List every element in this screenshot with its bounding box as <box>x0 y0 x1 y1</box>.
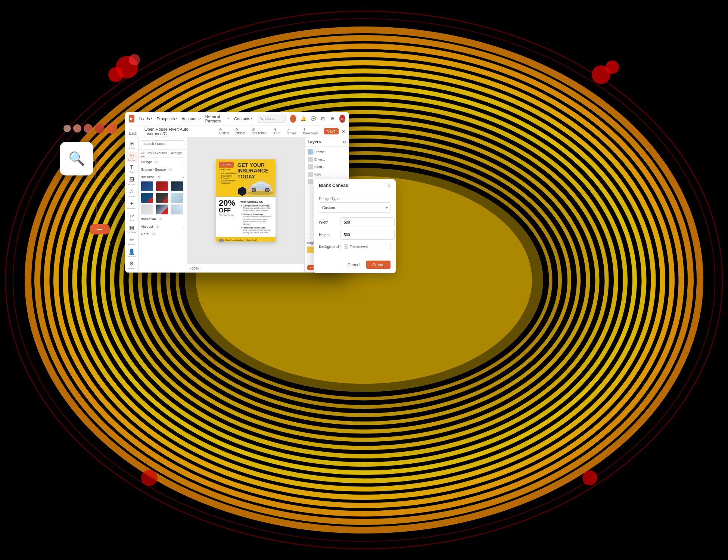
tool-qrcode[interactable]: ▦ QR Code <box>126 224 137 234</box>
tab-my-favorites[interactable]: My Favorites <box>147 151 167 157</box>
design-type-select[interactable]: Custom <box>319 202 391 213</box>
layer-element-icon <box>308 164 313 169</box>
tool-frames[interactable]: ⊡ Frames <box>126 152 137 162</box>
category-grunge-square: Grunge - Square 4 › <box>141 167 184 172</box>
modal-title: Blank Canvas <box>319 183 348 188</box>
frame-thumb-1[interactable] <box>141 181 153 192</box>
tool-size[interactable]: ⇔ Size <box>126 212 137 222</box>
tool-shapes[interactable]: △ Shapes <box>126 188 137 198</box>
qr-code-icon: ▦ <box>129 224 134 230</box>
layers-panel-header: Layers ⚙ <box>305 137 349 147</box>
frame-thumb-5[interactable] <box>156 193 168 203</box>
category-bohemian: Bohemian 9 › <box>141 216 184 222</box>
settings-icon[interactable]: ⚙ <box>330 115 335 122</box>
add-button[interactable]: + <box>290 115 296 123</box>
category-bohemian-header[interactable]: Bohemian 9 › <box>141 216 184 222</box>
frame-thumb-3[interactable] <box>171 181 183 192</box>
undo-button[interactable]: ⟲ UNDO <box>219 128 233 135</box>
layer-text[interactable]: Enter... <box>306 156 348 163</box>
modal-header: Blank Canvas × <box>314 179 396 192</box>
history-button[interactable]: ⏱ HISTORY <box>252 128 270 135</box>
tab-all[interactable]: All <box>141 151 144 157</box>
height-input[interactable] <box>340 230 395 240</box>
chevron-down-icon: ▾ <box>175 117 177 120</box>
chat-icon[interactable]: 💬 <box>311 115 316 122</box>
layer-icon[interactable]: Icon <box>306 171 348 178</box>
frame-thumb-2[interactable] <box>156 181 168 192</box>
tool-images[interactable]: 🖼 Images <box>126 176 137 186</box>
svg-point-4 <box>37 38 691 522</box>
layers-title: Layers <box>308 140 321 144</box>
category-business: Business 5 ∨ <box>141 174 184 215</box>
category-grunge-square-header[interactable]: Grunge - Square 4 › <box>141 167 184 172</box>
nav-referral-partners[interactable]: Referral Partners ▾ <box>205 114 230 123</box>
modal-body: Design Type Custom ▾ Width Height Backgr… <box>314 192 396 258</box>
user-avatar[interactable]: U <box>339 115 345 123</box>
tool-elements[interactable]: ✦ Elements <box>126 200 137 210</box>
frame-thumb-6[interactable] <box>171 193 183 203</box>
tool-text[interactable]: T Text <box>126 164 137 174</box>
modal-close-button[interactable]: × <box>388 183 391 188</box>
category-abstract-header[interactable]: Abstract 6 › <box>141 224 184 230</box>
frame-thumb-7[interactable] <box>141 204 153 215</box>
category-floral-header[interactable]: Floral 5 › <box>141 231 184 237</box>
tool-brushes[interactable]: ✏ Brushes <box>126 236 137 246</box>
tool-adjust[interactable]: ⊞ Adjust <box>126 140 137 150</box>
svg-rect-38 <box>257 184 264 189</box>
tool-settings[interactable]: ⚙ Settings <box>126 260 137 270</box>
svg-point-25 <box>141 470 158 486</box>
editor-toolbar: ← Back Open House Flyer: Auto Insurance/… <box>125 125 349 137</box>
cancel-button[interactable]: Cancel <box>345 261 363 269</box>
nav-prospects[interactable]: Prospects ▾ <box>157 116 177 121</box>
width-input[interactable] <box>340 217 395 227</box>
zoom-control[interactable]: ‹ 30% › <box>190 267 200 270</box>
avatar-dots <box>63 123 117 134</box>
navigation-bar: ▶ Leads ▾ Prospects ▾ Accounts ▾ Referra… <box>125 112 349 125</box>
chevron-down-icon: ▾ <box>199 117 201 120</box>
print-button[interactable]: 🖨 Print <box>273 128 284 135</box>
tab-settings[interactable]: Settings <box>170 151 182 157</box>
layer-element[interactable]: Elem... <box>306 163 348 171</box>
frame-thumb-4[interactable] <box>141 193 153 203</box>
layers-settings-icon[interactable]: ⚙ <box>343 140 346 144</box>
chevron-down-icon: ▾ <box>151 117 152 120</box>
close-icon[interactable]: ✕ <box>342 129 345 134</box>
modal-footer: Cancel Create <box>314 258 396 273</box>
background-value[interactable]: Transparent <box>340 243 391 250</box>
frame-thumb-8[interactable] <box>156 204 168 215</box>
create-button[interactable]: Create <box>366 261 391 269</box>
frames-search-area <box>139 137 187 150</box>
svg-point-21 <box>108 67 123 82</box>
layer-frame[interactable]: Frame <box>306 148 348 156</box>
tool-cobrand[interactable]: 👤 Co-Brand <box>126 248 137 258</box>
svg-line-30 <box>95 161 125 205</box>
search-bar[interactable]: 🔍 Search... <box>257 115 286 123</box>
category-grunge: Grunge 8 › <box>141 159 184 165</box>
notification-icon[interactable]: 🔔 <box>301 115 306 122</box>
save-button[interactable]: Save <box>324 128 339 134</box>
zoom-in-icon[interactable]: › <box>199 267 200 270</box>
svg-point-3 <box>28 30 700 530</box>
nav-leads[interactable]: Leads ▾ <box>139 116 152 121</box>
flyer-discount-block: 20% OFF *On New Vehicle <box>219 199 237 216</box>
back-button[interactable]: ← Back <box>129 127 141 136</box>
zoom-out-icon[interactable]: ‹ <box>190 267 191 270</box>
category-business-header[interactable]: Business 5 ∨ <box>141 174 184 180</box>
design-canvas[interactable]: LOGO HERE COMPANY NAME ✓ Affordable Rate… <box>216 159 276 242</box>
brush-icon: ✏ <box>130 237 134 243</box>
svg-point-32 <box>248 191 274 195</box>
frame-thumb-9[interactable] <box>171 204 183 215</box>
cobrand-icon: 👤 <box>128 249 135 255</box>
nav-accounts[interactable]: Accounts ▾ <box>181 116 200 121</box>
download-button[interactable]: ⬇ Download <box>303 128 321 135</box>
svg-point-23 <box>592 65 610 84</box>
share-button[interactable]: ↗ Share <box>287 128 300 135</box>
frames-search-input[interactable] <box>141 140 184 147</box>
redo-button[interactable]: ⟳ REDO <box>236 128 249 135</box>
design-type-label: Design Type <box>319 197 391 201</box>
grid-icon[interactable]: ⊞ <box>321 115 326 122</box>
car-svg <box>246 174 276 197</box>
category-grunge-header[interactable]: Grunge 8 › <box>141 159 184 165</box>
nav-contacts[interactable]: Contacts ▾ <box>234 116 252 121</box>
layer-text-icon <box>308 157 313 162</box>
